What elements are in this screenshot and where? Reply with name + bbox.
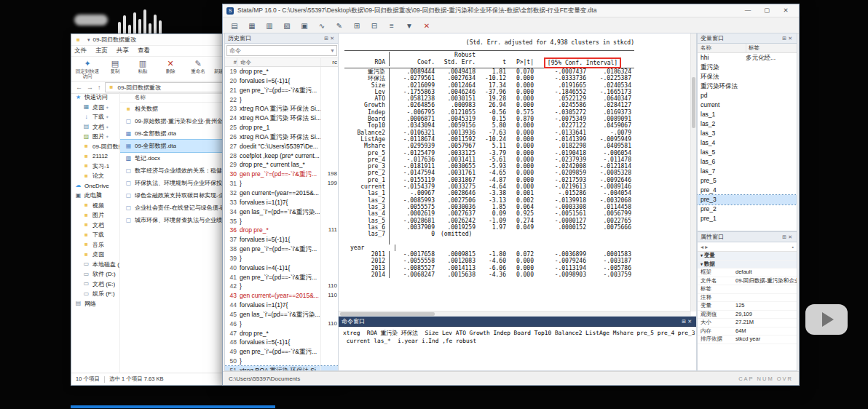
- property-row[interactable]: 变量: [698, 252, 797, 261]
- tree-item[interactable]: 下载: [71, 112, 119, 122]
- variable-row[interactable]: pre_2: [698, 204, 797, 214]
- next-variable-icon[interactable]: ▸: [705, 244, 708, 250]
- history-item[interactable]: 48 forvalues i=5(-1)1{: [225, 338, 339, 347]
- history-item[interactable]: 51 xtreg ROA 重污染 环保法 Si...: [225, 366, 339, 371]
- tree-item[interactable]: 论文: [71, 171, 119, 181]
- variable-row[interactable]: 环保法: [698, 72, 797, 82]
- prev-variable-icon[interactable]: ◂: [701, 244, 703, 250]
- history-filter-input[interactable]: [227, 47, 330, 54]
- history-item[interactable]: 47 drop pre_*: [225, 329, 339, 338]
- variable-row[interactable]: pre_3: [698, 195, 797, 204]
- tree-item[interactable]: 21112: [71, 151, 119, 162]
- tree-item[interactable]: 视频: [71, 201, 119, 211]
- variable-row[interactable]: las_4: [698, 138, 797, 148]
- scrollbar-thumb[interactable]: [692, 77, 695, 128]
- ribbon-button[interactable]: ✕ 删除: [157, 59, 184, 79]
- variable-row[interactable]: current: [698, 100, 797, 110]
- log-icon[interactable]: ▧: [279, 19, 295, 32]
- property-row[interactable]: 内存 64M: [698, 327, 797, 336]
- ribbon-button[interactable]: ✎ 重命名: [185, 59, 211, 79]
- tree-item[interactable]: 网络: [71, 299, 119, 309]
- history-item[interactable]: 21 gen pre_`i'=(pd==-`i'&重污...: [225, 86, 339, 95]
- back-icon[interactable]: ←: [76, 84, 82, 91]
- history-item[interactable]: 38 gen pre_`i'=(pd==-`i'&重污...: [225, 245, 339, 254]
- history-item[interactable]: 23 xtreg ROA 重污染 环保法 Si...: [225, 104, 339, 114]
- history-item[interactable]: 45 gen las_`i'=(pd==`i'&重污染...: [225, 310, 339, 319]
- tree-item[interactable]: 桌面: [71, 103, 119, 113]
- history-item[interactable]: 36 drop pre_* 111: [225, 226, 339, 235]
- tree-item[interactable]: 桌面: [71, 250, 119, 260]
- clear-more-icon[interactable]: ▼: [401, 19, 417, 32]
- variable-row[interactable]: las_3: [698, 129, 797, 138]
- tree-item[interactable]: 娱乐 (F:): [71, 289, 119, 299]
- tree-item[interactable]: 文档 (E:): [71, 279, 119, 290]
- history-item[interactable]: 50 }: [225, 357, 339, 366]
- history-item[interactable]: 20 forvalues i=5(-1)1{: [225, 76, 339, 86]
- tree-item[interactable]: 快速访问: [71, 92, 119, 103]
- open-icon[interactable]: ▤: [226, 19, 242, 32]
- property-row[interactable]: 框架 default: [698, 269, 797, 277]
- column-header-rc[interactable]: rc: [320, 58, 339, 66]
- float-pane-icon[interactable]: ⊞: [324, 36, 330, 41]
- ribbon-tab[interactable]: 文件: [74, 47, 87, 55]
- close-pane-icon[interactable]: ✕: [788, 36, 794, 41]
- property-row[interactable]: 大小 27.21M: [698, 319, 797, 327]
- history-item[interactable]: 41 gen pre_`i'=(pd==-`i'&重污...: [225, 273, 339, 282]
- tree-item[interactable]: 下载: [71, 230, 119, 240]
- property-row[interactable]: 观测值 29,109: [698, 311, 797, 319]
- do-file-editor-icon[interactable]: ✎: [331, 19, 347, 32]
- tree-item[interactable]: 音乐: [71, 240, 119, 250]
- tree-item[interactable]: 软件 (D:): [71, 269, 119, 279]
- variable-row[interactable]: las_2: [698, 119, 797, 129]
- variable-row[interactable]: las_5: [698, 148, 797, 157]
- column-header-command[interactable]: 命令: [240, 58, 320, 66]
- float-pane-icon[interactable]: ⊞: [782, 234, 788, 239]
- float-pane-icon[interactable]: ⊞: [782, 36, 788, 41]
- graph-icon[interactable]: ∿: [314, 19, 330, 32]
- tree-item[interactable]: 09-回归数据重改: [71, 142, 119, 152]
- viewer-icon[interactable]: ▣: [296, 19, 312, 32]
- minimize-button[interactable]: —: [738, 5, 757, 16]
- save-icon[interactable]: ▦: [244, 19, 260, 32]
- history-item[interactable]: 27 doedit "C:\Users\55397\De...: [225, 142, 339, 151]
- tree-item[interactable]: 文档: [71, 122, 119, 132]
- close-button[interactable]: ✕: [776, 5, 795, 16]
- quick-access-toolbar-chevron-icon[interactable]: ▾: [87, 37, 90, 43]
- property-row[interactable]: 排序依据 stkcd year: [698, 335, 797, 344]
- column-header-label[interactable]: 标签: [749, 44, 797, 52]
- variable-row[interactable]: pre_1: [698, 214, 797, 223]
- lock-icon[interactable]: ▪: [792, 245, 794, 250]
- history-item[interactable]: 37 forvalues i=5(-1)1{: [225, 235, 339, 245]
- filter-icon[interactable]: ▼: [330, 48, 336, 53]
- data-editor-icon[interactable]: ⊞: [349, 19, 365, 32]
- command-input[interactable]: xtreg ROA 重污染 环保法 Size Lev ATO Growth In…: [339, 327, 696, 347]
- property-row[interactable]: 数据: [698, 261, 797, 269]
- tree-item[interactable]: 本地磁盘 (C:): [71, 260, 119, 270]
- ribbon-button[interactable]: ▥ 粘贴: [130, 59, 156, 79]
- variable-row[interactable]: las_7: [698, 167, 797, 176]
- history-item[interactable]: 49 gen pre_`i'=(pd==-`i'&重污...: [225, 347, 339, 357]
- tree-item[interactable]: 图片: [71, 210, 119, 221]
- property-row[interactable]: 文件名 09-回归数据-重污染和企业环保法.dta: [698, 277, 797, 286]
- variable-row[interactable]: hhi 多元化经...: [698, 53, 797, 63]
- close-pane-icon[interactable]: ✕: [788, 234, 794, 239]
- tree-item[interactable]: 图片: [71, 132, 119, 142]
- stata-titlebar[interactable]: S Stata/MP 16.0 - C:\Users\55397\Desktop…: [223, 4, 799, 17]
- close-pane-icon[interactable]: ✕: [687, 319, 693, 324]
- history-item[interactable]: 42 } 110: [225, 282, 339, 291]
- variable-row[interactable]: pre_4: [698, 186, 797, 195]
- tree-item[interactable]: 此电脑: [71, 191, 119, 201]
- variable-row[interactable]: pd: [698, 91, 797, 100]
- data-browser-icon[interactable]: ⊟: [366, 19, 382, 32]
- variables-manager-icon[interactable]: ≡: [384, 19, 400, 32]
- vertical-scrollbar[interactable]: [690, 33, 696, 311]
- property-row[interactable]: 注释: [698, 294, 797, 303]
- history-item[interactable]: 46 } 110: [225, 319, 339, 329]
- history-item[interactable]: 24 xtreg ROA 重污染 环保法 Si...: [225, 114, 339, 123]
- ribbon-button[interactable]: ✦ 固定到快速访问: [74, 59, 100, 79]
- history-item[interactable]: 26 xtreg ROA 重污染 环保法 Si...: [225, 132, 339, 142]
- history-item[interactable]: 44 forvalues i=1(1)7{: [225, 301, 339, 310]
- forward-icon[interactable]: →: [87, 84, 93, 91]
- history-item[interactable]: 19 drop pre_*: [225, 67, 339, 76]
- history-item[interactable]: 30 gen pre_`i'=(pd==-`i'&重污... 198: [225, 170, 339, 179]
